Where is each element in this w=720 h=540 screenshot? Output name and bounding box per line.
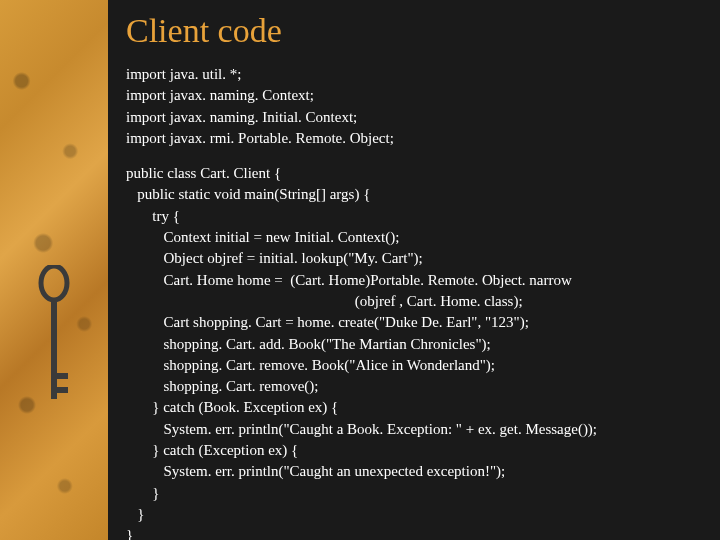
decorative-sidebar [0, 0, 108, 540]
code-body-7: Cart shopping. Cart = home. create("Duke… [126, 312, 700, 333]
code-body-15: } [126, 483, 700, 504]
code-body-3: Context initial = new Initial. Context()… [126, 227, 700, 248]
code-body-2: try { [126, 206, 700, 227]
code-body-6: (objref , Cart. Home. class); [126, 291, 700, 312]
slide-title: Client code [126, 12, 700, 50]
svg-rect-2 [57, 373, 68, 379]
code-body-12: System. err. println("Caught a Book. Exc… [126, 419, 700, 440]
svg-rect-3 [57, 387, 68, 393]
slide-content: Client code import java. util. *; import… [108, 0, 720, 540]
code-body-17: } [126, 525, 700, 540]
code-body-16: } [126, 504, 700, 525]
code-body-13: } catch (Exception ex) { [126, 440, 700, 461]
key-icon [38, 265, 70, 415]
code-body-1: public static void main(String[] args) { [126, 184, 700, 205]
code-body-11: } catch (Book. Exception ex) { [126, 397, 700, 418]
code-body-10: shopping. Cart. remove(); [126, 376, 700, 397]
code-body-14: System. err. println("Caught an unexpect… [126, 461, 700, 482]
code-body-5: Cart. Home home = (Cart. Home)Portable. … [126, 270, 700, 291]
svg-point-0 [41, 266, 67, 300]
code-import-0: import java. util. *; [126, 64, 700, 85]
code-import-3: import javax. rmi. Portable. Remote. Obj… [126, 128, 700, 149]
code-body-0: public class Cart. Client { [126, 163, 700, 184]
code-import-2: import javax. naming. Initial. Context; [126, 107, 700, 128]
code-body-4: Object objref = initial. lookup("My. Car… [126, 248, 700, 269]
code-body-9: shopping. Cart. remove. Book("Alice in W… [126, 355, 700, 376]
code-import-1: import javax. naming. Context; [126, 85, 700, 106]
code-body-8: shopping. Cart. add. Book("The Martian C… [126, 334, 700, 355]
svg-rect-1 [51, 299, 57, 399]
